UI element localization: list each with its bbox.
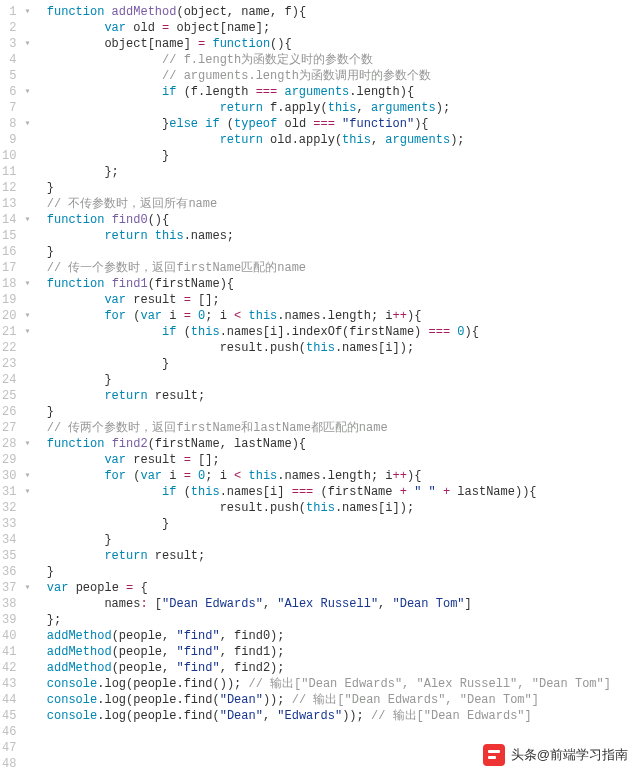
token-builtin: console — [47, 693, 97, 707]
token-com: // arguments.length为函数调用时的参数个数 — [162, 69, 431, 83]
token: ]); — [393, 501, 415, 515]
token — [104, 437, 111, 451]
fold-icon: · — [22, 548, 32, 564]
token-call: addMethod — [47, 629, 112, 643]
token: ( — [126, 309, 140, 323]
token-id: result — [155, 549, 198, 563]
code-line: · } — [22, 564, 642, 580]
token — [68, 581, 75, 595]
token-com: // 输出["Dean Edwards", "Dean Tom"] — [292, 693, 539, 707]
line-number: 43 — [2, 676, 16, 692]
token-this: this — [328, 101, 357, 115]
token: ){ — [465, 325, 479, 339]
token-id: people — [133, 709, 176, 723]
token: ); — [270, 645, 284, 659]
line-number: 20 — [2, 308, 16, 324]
token-op: = — [184, 469, 191, 483]
token: ); — [270, 661, 284, 675]
token: .find( — [176, 709, 219, 723]
watermark-text: 头条@前端学习指南 — [511, 747, 628, 763]
token-id: result — [155, 389, 198, 403]
code-line: · addMethod(people, "find", find1); — [22, 644, 642, 660]
token-com: // 传两个参数时，返回firstName和lastName都匹配的name — [47, 421, 388, 435]
token — [176, 293, 183, 307]
line-number: 31 — [2, 484, 16, 500]
token-com: // f.length为函数定义时的参数个数 — [162, 53, 373, 67]
token-id: object — [184, 5, 227, 19]
token: .push( — [263, 341, 306, 355]
token: } — [104, 533, 111, 547]
fold-icon: · — [22, 356, 32, 372]
line-number: 1 — [2, 4, 16, 20]
line-number: 29 — [2, 452, 16, 468]
token: , — [263, 597, 277, 611]
fold-icon: · — [22, 260, 32, 276]
fold-icon: · — [22, 756, 32, 772]
fold-icon[interactable]: ▾ — [22, 324, 32, 340]
line-number: 34 — [2, 532, 16, 548]
fold-icon[interactable]: ▾ — [22, 276, 32, 292]
fold-icon[interactable]: ▾ — [22, 484, 32, 500]
token: ; — [205, 469, 219, 483]
token-id: i — [385, 501, 392, 515]
fold-icon: · — [22, 100, 32, 116]
token-builtin: arguments — [371, 101, 436, 115]
token-id: names — [104, 597, 140, 611]
token-builtin: console — [47, 709, 97, 723]
token-kw2: return — [220, 133, 263, 147]
fold-icon: · — [22, 164, 32, 180]
line-number: 37 — [2, 580, 16, 596]
token-id: firstName — [328, 485, 393, 499]
fold-icon[interactable]: ▾ — [22, 436, 32, 452]
line-number: 44 — [2, 692, 16, 708]
fold-icon[interactable]: ▾ — [22, 116, 32, 132]
fold-icon[interactable]: ▾ — [22, 308, 32, 324]
line-number: 41 — [2, 644, 16, 660]
token: ] — [465, 597, 472, 611]
token: .apply( — [277, 101, 327, 115]
token-str: "Dean" — [220, 709, 263, 723]
code-area: ▾ function addMethod(object, name, f){· … — [22, 0, 642, 776]
code-line: · } — [22, 372, 642, 388]
token — [148, 549, 155, 563]
fold-icon: · — [22, 404, 32, 420]
fold-icon: · — [22, 292, 32, 308]
token-builtin: arguments — [385, 133, 450, 147]
code-line: · // f.length为函数定义时的参数个数 — [22, 52, 642, 68]
line-number: 22 — [2, 340, 16, 356]
fold-icon[interactable]: ▾ — [22, 36, 32, 52]
token-id: result — [133, 453, 176, 467]
fold-icon[interactable]: ▾ — [22, 4, 32, 20]
token: } — [47, 245, 54, 259]
token-str: "function" — [342, 117, 414, 131]
token: (){ — [148, 213, 170, 227]
token-id: people — [133, 693, 176, 707]
fold-icon: · — [22, 724, 32, 740]
token: [ — [220, 21, 227, 35]
code-line: · return result; — [22, 388, 642, 404]
fold-icon: · — [22, 228, 32, 244]
code-line: ▾ function find2(firstName, lastName){ — [22, 436, 642, 452]
token-kw2: return — [104, 229, 147, 243]
line-number: 26 — [2, 404, 16, 420]
fold-icon: · — [22, 532, 32, 548]
token-id: people — [119, 645, 162, 659]
token-kw2: function — [212, 37, 270, 51]
token-id: lastName — [234, 437, 292, 451]
token: , — [378, 597, 392, 611]
token-com: // 输出["Dean Edwards", "Alex Russell", "D… — [248, 677, 610, 691]
code-line: · var result = []; — [22, 452, 642, 468]
token-id: people — [76, 581, 119, 595]
fold-icon: · — [22, 196, 32, 212]
fold-icon[interactable]: ▾ — [22, 468, 32, 484]
code-line: · return this.names; — [22, 228, 642, 244]
line-number: 33 — [2, 516, 16, 532]
fold-icon[interactable]: ▾ — [22, 212, 32, 228]
token-kw2: typeof — [234, 117, 277, 131]
fold-icon[interactable]: ▾ — [22, 580, 32, 596]
line-number: 5 — [2, 68, 16, 84]
token-id: name — [227, 21, 256, 35]
fold-icon: · — [22, 452, 32, 468]
fold-icon[interactable]: ▾ — [22, 84, 32, 100]
line-number: 6 — [2, 84, 16, 100]
